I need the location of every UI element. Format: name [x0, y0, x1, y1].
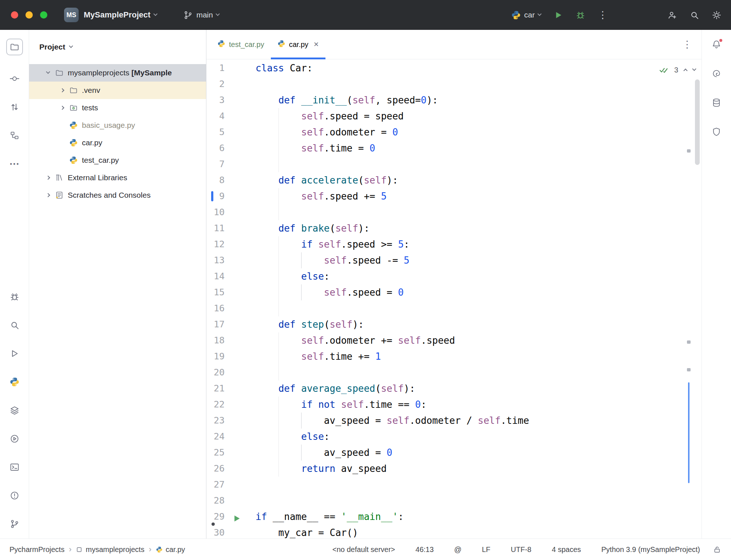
tree-item-tests[interactable]: tests	[29, 99, 206, 117]
project-widget[interactable]: MySampleProject	[84, 10, 157, 20]
chevron-right-icon[interactable]	[46, 176, 50, 180]
run-anything-icon[interactable]	[9, 434, 20, 444]
gutter-line-number[interactable]: 30	[206, 525, 256, 539]
services-icon[interactable]	[9, 405, 20, 415]
code-line-10[interactable]: 10	[206, 204, 702, 220]
tree-item-basic-usage-py[interactable]: basic_usage.py	[29, 117, 206, 134]
gutter-line-number[interactable]: 19	[206, 348, 256, 364]
tab-test-car-py[interactable]: test_car.py	[211, 30, 271, 59]
debug-icon[interactable]	[9, 292, 20, 302]
status-item-utf-8[interactable]: UTF-8	[511, 545, 532, 554]
status-item-python-3-9-mysampleproject[interactable]: Python 3.9 (mySampleProject)	[601, 545, 700, 554]
code-line-23[interactable]: 23 av_speed = self.odometer / self.time	[206, 413, 702, 429]
problems-icon[interactable]	[9, 490, 20, 501]
chevron-right-icon[interactable]	[60, 88, 64, 92]
gutter-line-number[interactable]: 15	[206, 284, 256, 300]
notifications-bell-icon[interactable]	[711, 39, 722, 50]
code-line-16[interactable]: 16	[206, 300, 702, 316]
gutter-line-number[interactable]: 1	[206, 60, 256, 76]
code-line-3[interactable]: 3 def __init__(self, speed=0):	[206, 92, 702, 108]
status-item-lf[interactable]: LF	[482, 545, 490, 554]
gutter-line-number[interactable]: 14	[206, 268, 256, 284]
gutter-line-number[interactable]: 24	[206, 429, 256, 445]
gutter-line-number[interactable]: 6	[206, 140, 256, 156]
settings-gear-icon[interactable]	[712, 10, 722, 20]
gutter-line-number[interactable]: 11	[206, 220, 256, 236]
code-line-13[interactable]: 13 self.speed -= 5	[206, 252, 702, 268]
minimize-window-button[interactable]	[25, 11, 33, 19]
code-line-18[interactable]: 18 self.odometer += self.speed	[206, 332, 702, 348]
stripe-mark[interactable]	[687, 368, 691, 371]
code-line-29[interactable]: 29if __name__ == '__main__':	[206, 509, 702, 525]
tree-item-venv[interactable]: .venv	[29, 82, 206, 99]
gutter-line-number[interactable]: 23	[206, 413, 256, 429]
search-icon[interactable]	[689, 10, 699, 20]
gutter-line-number[interactable]: 18	[206, 332, 256, 348]
breadcrumb-mysampleprojects[interactable]: mysampleprojects	[76, 545, 144, 554]
structure-icon[interactable]	[9, 130, 20, 141]
code-line-5[interactable]: 5 self.odometer = 0	[206, 124, 702, 140]
ai-assistant-icon[interactable]	[711, 68, 722, 79]
code-line-1[interactable]: 1class Car:	[206, 60, 702, 76]
run-configuration-selector[interactable]: car	[511, 10, 541, 20]
gutter-line-number[interactable]: 9	[206, 188, 256, 204]
status-item-no-default-server[interactable]: <no default server>	[332, 545, 395, 554]
code-line-14[interactable]: 14 else:	[206, 268, 702, 284]
gutter-line-number[interactable]: 22	[206, 397, 256, 413]
more-icon[interactable]: ⋯	[9, 159, 20, 169]
stripe-mark[interactable]	[687, 340, 691, 344]
code-line-28[interactable]: 28	[206, 493, 702, 509]
code-line-7[interactable]: 7	[206, 156, 702, 172]
terminal-icon[interactable]	[9, 462, 20, 472]
chevron-right-icon[interactable]	[46, 193, 50, 197]
gutter-line-number[interactable]: 12	[206, 236, 256, 252]
debug-button[interactable]	[576, 10, 585, 20]
gutter-line-number[interactable]: 28	[206, 493, 256, 509]
code-line-17[interactable]: 17 def step(self):	[206, 316, 702, 332]
tree-item-mysampleprojects[interactable]: mysampleprojects [MySample	[29, 64, 206, 82]
commit-icon[interactable]	[9, 74, 20, 84]
project-folder-icon[interactable]	[6, 39, 23, 55]
code-line-4[interactable]: 4 self.speed = speed	[206, 108, 702, 124]
gutter-line-number[interactable]: 25	[206, 445, 256, 461]
status-item-4-spaces[interactable]: 4 spaces	[552, 545, 581, 554]
gutter-line-number[interactable]: 13	[206, 252, 256, 268]
version-control-icon[interactable]	[9, 519, 20, 529]
tree-item-external-libraries[interactable]: External Libraries	[29, 169, 206, 186]
code-line-8[interactable]: 8 def accelerate(self):	[206, 172, 702, 188]
gutter-line-number[interactable]: 10	[206, 204, 256, 220]
zoom-window-button[interactable]	[40, 11, 47, 19]
inspections-widget[interactable]: 3	[659, 65, 696, 75]
gutter-line-number[interactable]: 17	[206, 316, 256, 332]
code-line-24[interactable]: 24 else:	[206, 429, 702, 445]
code-line-2[interactable]: 2	[206, 76, 702, 92]
status-item-46-13[interactable]: 46:13	[415, 545, 434, 554]
breadcrumb-pycharmprojects[interactable]: PycharmProjects	[9, 545, 64, 554]
code-line-25[interactable]: 25 av_speed = 0	[206, 445, 702, 461]
database-icon[interactable]	[711, 98, 722, 108]
add-user-button[interactable]	[667, 10, 677, 20]
tree-item-scratches-and-consoles[interactable]: Scratches and Consoles	[29, 186, 206, 204]
search-everywhere-icon[interactable]	[9, 320, 20, 330]
run-button[interactable]	[553, 10, 563, 20]
code-line-30[interactable]: 30 my_car = Car()	[206, 525, 702, 539]
gutter-line-number[interactable]: 7	[206, 156, 256, 172]
code-line-12[interactable]: 12 if self.speed >= 5:	[206, 236, 702, 252]
code-line-20[interactable]: 20	[206, 364, 702, 380]
editor-scrollbar[interactable]	[695, 79, 700, 165]
gutter-line-number[interactable]: 27	[206, 477, 256, 493]
project-panel-header[interactable]: Project	[29, 30, 206, 64]
stripe-change-mark[interactable]	[688, 382, 689, 483]
shield-icon[interactable]	[711, 127, 722, 137]
chevron-down-icon[interactable]	[692, 67, 696, 71]
code-line-22[interactable]: 22 if not self.time == 0:	[206, 397, 702, 413]
code-line-19[interactable]: 19 self.time += 1	[206, 348, 702, 364]
chevron-up-icon[interactable]	[683, 68, 687, 72]
code-editor[interactable]: 1class Car:23 def __init__(self, speed=0…	[206, 59, 702, 539]
gutter-line-number[interactable]: 21	[206, 380, 256, 397]
code-line-11[interactable]: 11 def brake(self):	[206, 220, 702, 236]
close-tab-icon[interactable]: ✕	[313, 40, 319, 48]
project-avatar[interactable]: MS	[64, 8, 79, 22]
code-line-9[interactable]: 9 self.speed += 5	[206, 188, 702, 204]
code-line-26[interactable]: 26 return av_speed	[206, 461, 702, 477]
